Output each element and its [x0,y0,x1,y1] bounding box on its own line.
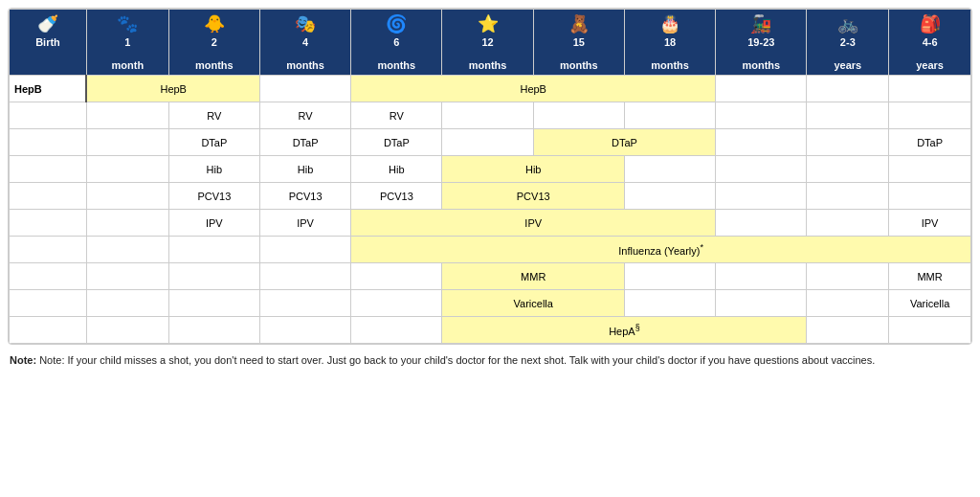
rv-2m: RV [168,102,259,129]
col-1923months: 🚂 19-23 months [716,10,807,76]
mmr-1923m-empty [716,263,807,290]
col-12months: ⭐ 12 months [442,10,533,76]
hib-18m-empty [624,156,715,183]
varicella-18m-empty [624,290,715,317]
hib-birth-empty [10,156,87,183]
rv-15m-empty [533,102,624,129]
dtap-1923m-empty [716,129,807,156]
hepa-12m-to-1923m: HepA§ [442,317,807,344]
hepb-label: HepB [10,76,87,102]
mmr-6m-empty [351,263,442,290]
rv-23y-empty [807,102,889,129]
rv-6m: RV [351,102,442,129]
rv-12m-empty [442,102,533,129]
hepa-1m-empty [86,317,168,344]
mmr-12m-to-15m: MMR [442,263,625,290]
influenza-asterisk: * [700,242,703,252]
hib-row: Hib Hib Hib Hib [10,156,971,183]
col-15months-num: 15 [536,36,622,48]
hepb-46y-empty [889,76,971,102]
col-12months-num: 12 [444,36,530,48]
col-18months-num: 18 [627,36,713,48]
rv-birth-empty [10,102,87,129]
hib-23y-empty [807,156,889,183]
hepb-row: HepB HepB HepB [10,76,971,102]
varicella-1m-empty [86,290,168,317]
varicella-row: Varicella Varicella [10,290,971,317]
1923months-icon: 🚂 [718,13,804,34]
rv-row: RV RV RV [10,102,971,129]
hepa-2m-empty [168,317,259,344]
birth-icon: 🍼 [11,13,84,34]
col-1month-num: 1 [89,36,167,48]
ipv-1m-empty [86,210,168,237]
ipv-row: IPV IPV IPV IPV [10,210,971,237]
pcv13-46y-empty [889,183,971,210]
col-23years-num: 2-3 [809,36,886,48]
mmr-row: MMR MMR [10,263,971,290]
col-23years-unit: years [809,59,886,71]
col-46years-num: 4-6 [891,36,969,48]
dtap-4m: DTaP [259,129,350,156]
influenza-row: Influenza (Yearly)* [10,237,971,263]
dtap-1m-empty [86,129,168,156]
hib-1m-empty [86,156,168,183]
pcv13-4m: PCV13 [259,183,350,210]
hepa-4m-empty [259,317,350,344]
col-46years-unit: years [891,59,969,71]
rv-46y-empty [889,102,971,129]
pcv13-12m-to-15m: PCV13 [442,183,625,210]
dtap-23y-empty [807,129,889,156]
1month-icon: 🐾 [89,13,167,34]
mmr-birth-empty [10,263,87,290]
col-15months: 🧸 15 months [533,10,624,76]
col-1month: 🐾 1 month [86,10,168,76]
hepb-1923m-empty [716,76,807,102]
6months-icon: 🌀 [353,13,439,34]
hepb-birth-to-2m: HepB [86,76,259,102]
dtap-row: DTaP DTaP DTaP DTaP DTaP [10,129,971,156]
col-birth-label: Birth [11,36,84,48]
col-1month-unit: month [89,59,167,71]
ipv-2m: IPV [168,210,259,237]
mmr-2m-empty [168,263,259,290]
hib-4m: Hib [259,156,350,183]
hepb-6m-to-18m: HepB [351,76,716,102]
mmr-1m-empty [86,263,168,290]
pcv13-1923m-empty [716,183,807,210]
hepa-birth-empty [10,317,87,344]
4months-icon: 🎭 [262,13,348,34]
pcv13-1m-empty [86,183,168,210]
col-2months-num: 2 [171,36,257,48]
col-12months-unit: months [444,59,530,71]
varicella-1923m-empty [716,290,807,317]
hepb-23y-empty [807,76,889,102]
dtap-46y: DTaP [889,129,971,156]
varicella-4m-empty [259,290,350,317]
hib-1923m-empty [716,156,807,183]
hepa-6m-empty [351,317,442,344]
col-15months-unit: months [536,59,622,71]
col-18months: 🎂 18 months [624,10,715,76]
23years-icon: 🚲 [809,13,886,34]
rv-4m: RV [259,102,350,129]
col-6months-unit: months [353,59,439,71]
ipv-6m-to-18m: IPV [351,210,716,237]
col-4months-unit: months [262,59,348,71]
influenza-birth-empty [10,237,87,263]
pcv13-18m-empty [624,183,715,210]
col-1923months-num: 19-23 [718,36,804,48]
18months-icon: 🎂 [627,13,713,34]
influenza-1m-empty [86,237,168,263]
ipv-23y-empty [807,210,889,237]
header-row: 🍼 Birth 🐾 1 month 🐥 2 months 🎭 4 months [10,10,971,76]
12months-icon: ⭐ [444,13,530,34]
hepa-row: HepA§ [10,317,971,344]
mmr-4m-empty [259,263,350,290]
hib-2m: Hib [168,156,259,183]
varicella-23y-empty [807,290,889,317]
ipv-birth-empty [10,210,87,237]
varicella-46y: Varicella [889,290,971,317]
ipv-4m: IPV [259,210,350,237]
col-46years: 🎒 4-6 years [889,10,971,76]
